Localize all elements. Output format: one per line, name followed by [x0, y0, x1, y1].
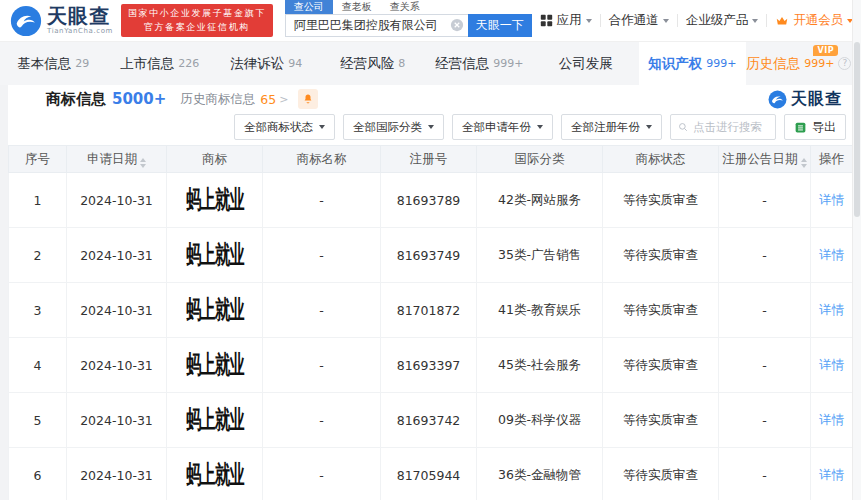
- cell-trademark-image: 蚂上就业: [167, 228, 263, 283]
- search-tab[interactable]: 查公司: [285, 0, 333, 14]
- tab-label: 法律诉讼: [230, 55, 284, 73]
- trademark-image[interactable]: 蚂上就业: [186, 183, 244, 217]
- sort-icon[interactable]: [140, 158, 146, 168]
- filter-dropdown-label: 全部注册年份: [571, 120, 640, 135]
- cell-trademark-image: 蚂上就业: [167, 283, 263, 338]
- cell-trademark-image: 蚂上就业: [167, 448, 263, 500]
- cell-action: 详情: [811, 338, 853, 393]
- trademark-image[interactable]: 蚂上就业: [186, 238, 244, 272]
- cell-apply-date: 2024-10-31: [67, 448, 167, 500]
- chevron-down-icon: [646, 125, 652, 129]
- cell-action: 详情: [811, 393, 853, 448]
- tab-历史信息[interactable]: VIP历史信息999+?: [746, 42, 853, 85]
- tab-知识产权[interactable]: 知识产权999+: [639, 42, 746, 85]
- sort-icon[interactable]: [801, 158, 807, 168]
- tab-label: 知识产权: [648, 55, 702, 73]
- cell-status: 等待实质审查: [603, 173, 719, 228]
- cell-action: 详情: [811, 228, 853, 283]
- cell-apply-date: 2024-10-31: [67, 393, 167, 448]
- trademark-image[interactable]: 蚂上就业: [186, 403, 244, 437]
- table-row: 22024-10-31蚂上就业-8169374935类-广告销售等待实质审查-详…: [9, 228, 853, 283]
- clear-search-icon[interactable]: [450, 18, 464, 32]
- search-tab[interactable]: 查老板: [333, 0, 381, 14]
- tab-label: 历史信息: [746, 55, 800, 73]
- detail-link[interactable]: 详情: [819, 302, 844, 317]
- filter-dropdown[interactable]: 全部商标状态: [234, 114, 335, 140]
- tab-经营风险[interactable]: 经营风险8: [320, 42, 427, 85]
- detail-link[interactable]: 详情: [819, 412, 844, 427]
- filter-dropdown[interactable]: 全部国际分类: [343, 114, 444, 140]
- trademark-image[interactable]: 蚂上就业: [186, 458, 244, 492]
- tianyancha-logo[interactable]: 天眼查 TianYanCha.com: [10, 5, 113, 37]
- cell-publication-date: -: [719, 338, 811, 393]
- tab-label: 经营风险: [340, 55, 394, 73]
- detail-link[interactable]: 详情: [819, 192, 844, 207]
- chevron-down-icon: [586, 19, 592, 23]
- filter-dropdown-label: 全部申请年份: [462, 120, 531, 135]
- filter-dropdown-label: 全部商标状态: [244, 120, 313, 135]
- cell-publication-date: -: [719, 393, 811, 448]
- menu-cooperation[interactable]: 合作通道: [601, 12, 677, 29]
- column-header: 注册号: [381, 146, 477, 173]
- filter-dropdown[interactable]: 全部申请年份: [452, 114, 553, 140]
- table-header-row: 序号申请日期商标商标名称注册号国际分类商标状态注册公告日期操作: [9, 146, 853, 173]
- detail-link[interactable]: 详情: [819, 467, 844, 482]
- trademark-image[interactable]: 蚂上就业: [186, 293, 244, 327]
- cell-index: 1: [9, 173, 67, 228]
- tab-法律诉讼[interactable]: 法律诉讼94: [213, 42, 320, 85]
- tab-公司发展[interactable]: 公司发展: [533, 42, 640, 85]
- cell-trademark-name: -: [263, 338, 381, 393]
- brand-name: 天眼查: [47, 6, 113, 26]
- trademark-panel: 商标信息 5000+ 历史商标信息 65 > 天眼查 全部商标状态全部国际分类全…: [8, 85, 852, 500]
- cell-trademark-name: -: [263, 448, 381, 500]
- menu-apps[interactable]: 应用: [532, 12, 600, 29]
- column-header: 国际分类: [477, 146, 603, 173]
- filter-dropdown[interactable]: 全部注册年份: [561, 114, 662, 140]
- column-header: 申请日期: [67, 146, 167, 173]
- cell-registration-number: 81693749: [381, 228, 477, 283]
- column-header: 商标: [167, 146, 263, 173]
- search-tab[interactable]: 查关系: [381, 0, 429, 14]
- cell-intl-class: 42类-网站服务: [477, 173, 603, 228]
- column-header: 操作: [811, 146, 853, 173]
- tab-基本信息[interactable]: 基本信息29: [0, 42, 107, 85]
- chevron-down-icon: [663, 19, 669, 23]
- subscribe-button[interactable]: [298, 89, 318, 109]
- tab-上市信息[interactable]: 上市信息226: [107, 42, 214, 85]
- table-row: 62024-10-31蚂上就业-8170594436类-金融物管等待实质审查-详…: [9, 448, 853, 500]
- cell-trademark-image: 蚂上就业: [167, 393, 263, 448]
- trademark-image[interactable]: 蚂上就业: [186, 348, 244, 382]
- cell-apply-date: 2024-10-31: [67, 283, 167, 338]
- search-type-tabs: 查公司查老板查关系: [285, 0, 532, 14]
- cell-intl-class: 36类-金融物管: [477, 448, 603, 500]
- tab-count: 999+: [493, 57, 523, 70]
- detail-link[interactable]: 详情: [819, 247, 844, 262]
- brand-domain: TianYanCha.com: [47, 28, 113, 35]
- table-search-input[interactable]: [693, 120, 768, 134]
- cell-apply-date: 2024-10-31: [67, 228, 167, 283]
- cell-registration-number: 81693789: [381, 173, 477, 228]
- cell-trademark-name: -: [263, 228, 381, 283]
- scrollbar-thumb[interactable]: [854, 42, 860, 217]
- menu-enterprise-products[interactable]: 企业级产品: [678, 12, 767, 29]
- cell-intl-class: 35类-广告销售: [477, 228, 603, 283]
- detail-link[interactable]: 详情: [819, 357, 844, 372]
- table-search-box[interactable]: [670, 114, 776, 140]
- cell-status: 等待实质审查: [603, 283, 719, 338]
- cell-registration-number: 81693742: [381, 393, 477, 448]
- search-submit-button[interactable]: 天眼一下: [468, 14, 532, 37]
- vip-badge: VIP: [813, 45, 838, 56]
- question-circle-icon: ?: [838, 57, 851, 70]
- page-scrollbar[interactable]: [852, 0, 861, 500]
- menu-open-vip[interactable]: 开通会员: [767, 12, 861, 29]
- history-trademark-link[interactable]: 历史商标信息 65 >: [180, 91, 288, 108]
- tab-经营信息[interactable]: 经营信息999+: [426, 42, 533, 85]
- cell-index: 3: [9, 283, 67, 338]
- cell-status: 等待实质审查: [603, 448, 719, 500]
- header-search: 查公司查老板查关系 天眼一下: [285, 0, 532, 37]
- tab-count: 999+: [804, 57, 834, 70]
- company-search-input[interactable]: [285, 14, 468, 37]
- cell-action: 详情: [811, 448, 853, 500]
- export-button[interactable]: 导出: [784, 114, 846, 140]
- cell-trademark-image: 蚂上就业: [167, 173, 263, 228]
